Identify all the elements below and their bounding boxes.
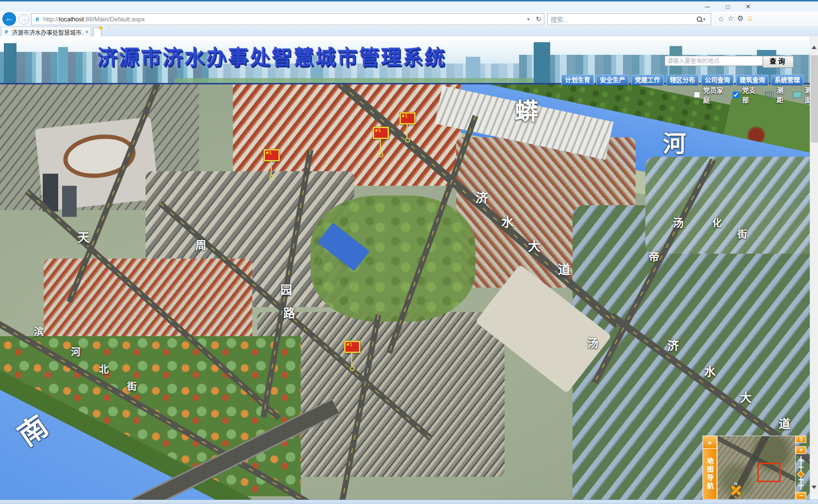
road-label: 道	[779, 418, 790, 430]
minimap-collapse-button[interactable]: »	[703, 436, 717, 449]
map-central-park	[311, 195, 475, 322]
compass-icon: N S	[729, 484, 743, 497]
road-label: 路	[283, 308, 295, 319]
measure-distance-icon[interactable]	[765, 92, 774, 98]
search-dropdown-icon[interactable]: ▾	[703, 16, 711, 22]
measure-area-icon[interactable]	[793, 92, 802, 98]
tab-close-icon[interactable]: ×	[83, 29, 91, 35]
tab-title: 济源市济水办事处智慧城市...	[12, 28, 83, 36]
road-label: 水	[704, 366, 716, 377]
road-label: 天	[78, 232, 89, 244]
title-bar: ─ □ ×	[0, 1, 818, 12]
tab-bar	[0, 26, 818, 36]
place-search-input[interactable]	[665, 56, 764, 66]
road-label: 大	[740, 392, 752, 404]
scroll-thumb[interactable]	[811, 55, 818, 143]
home-icon[interactable]: ⌂	[716, 14, 726, 23]
nav-safety-production[interactable]: 安全生产	[596, 75, 629, 85]
zoom-slider-handle[interactable]	[797, 471, 805, 478]
compass-north-label: N	[734, 481, 737, 486]
ie-page-icon: e	[33, 16, 41, 23]
nav-building-query[interactable]: 建筑查询	[736, 75, 769, 85]
url-path: :88/Main/Default.aspx	[84, 16, 145, 23]
scroll-up-arrow[interactable]	[812, 46, 817, 49]
party-branch-flag-marker[interactable]	[264, 149, 279, 161]
party-family-label: 党员家庭	[703, 85, 730, 104]
road-label: 水	[501, 216, 514, 228]
river-label: 河	[663, 132, 686, 156]
map-3d-view[interactable]: 蟒 河 济 水 大 道 汤 帝 化 街 汤 济 水 大 道 天 周 园 路 滨 …	[0, 84, 810, 500]
party-branch-flag-marker[interactable]	[373, 127, 389, 139]
road-label: 河	[71, 347, 81, 357]
minimap-thumbnail[interactable]: N S	[717, 436, 796, 500]
nav-system-management[interactable]: 系统管理	[771, 75, 803, 85]
zoom-tick	[799, 460, 803, 461]
url-text[interactable]: http://localhost:88/Main/Default.aspx	[43, 16, 524, 23]
browser-window: ─ □ × ← → e http://localhost:88/Main/Def…	[0, 0, 818, 504]
nav-party-building[interactable]: 党建工作	[631, 75, 664, 85]
road-label: 街	[127, 382, 137, 391]
search-icon[interactable]	[697, 16, 702, 22]
road-label: 道	[558, 263, 571, 276]
search-placeholder: 搜索...	[548, 15, 697, 24]
party-branch-checkbox[interactable]	[733, 92, 739, 98]
river-label: 蟒	[515, 100, 538, 123]
refresh-icon[interactable]: ↻	[533, 14, 544, 24]
party-branch-flag-marker[interactable]	[400, 113, 415, 124]
feedback-smiley-icon[interactable]: ☺	[745, 14, 755, 23]
flag-pole	[380, 138, 381, 152]
scroll-down-arrow[interactable]	[812, 486, 817, 489]
settings-gear-icon[interactable]: ⚙	[736, 14, 745, 23]
map-layer-controls: 党员家庭 党支部 测距 测面	[694, 85, 818, 104]
party-branch-flag-marker[interactable]	[344, 341, 360, 353]
minimap-zoom-controls: 3 + −	[796, 436, 806, 500]
minimap-title-bar[interactable]: 地图导航	[703, 449, 717, 500]
main-nav: 计划生育 安全生产 党建工作 辖区分布 公司查询 建筑查询 系统管理	[561, 75, 803, 85]
party-family-checkbox[interactable]	[694, 92, 700, 98]
road-label: 汤	[588, 338, 598, 349]
vertical-scrollbar	[810, 38, 818, 495]
query-button[interactable]: 查询	[763, 56, 794, 68]
skyline-tower	[534, 42, 550, 84]
flag-pole	[407, 123, 408, 138]
nav-district-distribution[interactable]: 辖区分布	[666, 75, 699, 85]
zoom-tick	[799, 485, 803, 486]
road-label: 街	[737, 229, 747, 239]
window-bottom-frame	[0, 500, 818, 504]
road-label: 济	[667, 340, 679, 352]
zoom-slider-track[interactable]	[801, 456, 802, 490]
road-label: 周	[196, 240, 206, 251]
zoom-tick	[799, 479, 803, 480]
zoom-out-button[interactable]: −	[796, 492, 806, 500]
road-label: 汤	[673, 218, 684, 228]
back-button[interactable]: ←	[3, 13, 16, 25]
url-host: localhost	[59, 16, 84, 23]
url-scheme: http://	[43, 16, 59, 23]
map-district-red-roofs-north	[233, 84, 461, 186]
nav-company-query[interactable]: 公司查询	[701, 75, 734, 85]
road-label: 园	[280, 284, 292, 296]
zoom-in-button[interactable]: +	[796, 446, 806, 454]
favorites-icon[interactable]: ☆	[726, 14, 736, 23]
maximize-button[interactable]: □	[720, 2, 735, 11]
close-button[interactable]: ×	[741, 2, 755, 11]
road-label: 滨	[34, 327, 44, 337]
measure-distance-button[interactable]: 测距	[777, 85, 790, 104]
page-title: 济源市济水办事处智慧城市管理系统	[97, 41, 446, 70]
skyline-tower	[58, 47, 68, 84]
forward-button[interactable]: →	[18, 14, 29, 25]
new-tab-button[interactable]	[93, 28, 101, 37]
tab-active[interactable]: e 济源市济水办事处智慧城市... ×	[1, 27, 91, 37]
road-label: 济	[475, 192, 488, 204]
nav-family-planning[interactable]: 计划生育	[561, 75, 594, 85]
minimap-viewport-rect[interactable]	[757, 463, 781, 482]
address-bar[interactable]: e http://localhost:88/Main/Default.aspx …	[31, 13, 544, 25]
flag-pole	[271, 160, 272, 175]
address-dropdown-icon[interactable]: ▾	[524, 16, 533, 22]
road-label: 化	[712, 218, 722, 228]
flag-pole	[351, 352, 352, 366]
minimap-title: 地图导航	[705, 457, 715, 490]
minimize-button[interactable]: ─	[700, 2, 715, 11]
browser-search-box[interactable]: 搜索... ▾	[547, 13, 711, 25]
road-label: 大	[528, 240, 540, 253]
